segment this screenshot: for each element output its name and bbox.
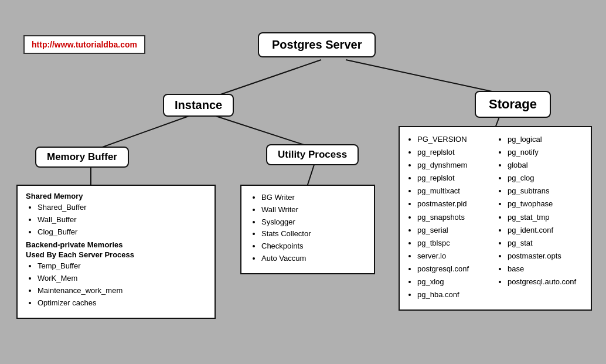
storage-list-1: PG_VERSION pg_replslot pg_dynshmem pg_re… bbox=[408, 133, 492, 301]
storage-detail-box: PG_VERSION pg_replslot pg_dynshmem pg_re… bbox=[399, 126, 592, 311]
list-item: pg_clog bbox=[508, 172, 583, 185]
instance-node: Instance bbox=[163, 94, 234, 117]
svg-line-3 bbox=[214, 115, 315, 148]
list-item: Syslogger bbox=[261, 216, 366, 229]
list-item: pg_stat bbox=[508, 237, 583, 250]
list-item: Wall Writer bbox=[261, 204, 366, 216]
utility-detail-box: BG Writer Wall Writer Syslogger Stats Co… bbox=[240, 185, 375, 274]
list-item: Stats Collector bbox=[261, 228, 366, 240]
list-item: postgresql.conf bbox=[417, 263, 492, 275]
list-item: postgresql.auto.conf bbox=[508, 275, 583, 288]
backend-private-title: Backend-private Memories bbox=[26, 240, 206, 249]
shared-memory-list: Shared_Buffer Wall_Buffer Clog_Buffer bbox=[26, 202, 206, 238]
list-item: Checkpoints bbox=[261, 240, 366, 253]
list-item: pg_logical bbox=[508, 133, 583, 146]
list-item: pg_replslot bbox=[417, 146, 492, 159]
list-item: PG_VERSION bbox=[417, 133, 492, 146]
list-item: pg_hba.conf bbox=[417, 288, 492, 301]
memory-detail-box: Shared Memory Shared_Buffer Wall_Buffer … bbox=[16, 185, 216, 319]
list-item: pg_subtrans bbox=[508, 185, 583, 198]
list-item: pg_stat_tmp bbox=[508, 211, 583, 224]
memory-buffer-node: Memory Buffer bbox=[35, 147, 129, 168]
svg-line-2 bbox=[91, 115, 190, 151]
list-item: pg_ident.conf bbox=[508, 224, 583, 237]
list-item: postmaster.pid bbox=[417, 198, 492, 210]
storage-col1: PG_VERSION pg_replslot pg_dynshmem pg_re… bbox=[408, 133, 492, 304]
list-item: base bbox=[508, 263, 583, 275]
list-item: WorK_Mem bbox=[38, 273, 206, 285]
list-item: Auto Vaccum bbox=[261, 253, 366, 265]
list-item: pg_twophase bbox=[508, 198, 583, 210]
svg-line-0 bbox=[214, 60, 321, 97]
list-item: pg_snapshots bbox=[417, 211, 492, 224]
url-label: http://www.tutorialdba.com bbox=[23, 35, 145, 54]
list-item: Temp_Buffer bbox=[38, 260, 206, 273]
list-item: server.lo bbox=[417, 250, 492, 263]
svg-line-5 bbox=[307, 163, 315, 186]
list-item: pg_xlog bbox=[417, 275, 492, 288]
list-item: Shared_Buffer bbox=[38, 202, 206, 214]
list-item: global bbox=[508, 159, 583, 172]
list-item: Optimizer caches bbox=[38, 297, 206, 309]
list-item: Clog_Buffer bbox=[38, 226, 206, 239]
list-item: pg_dynshmem bbox=[417, 159, 492, 172]
storage-col2: pg_logical pg_notify global pg_clog pg_s… bbox=[498, 133, 583, 304]
storage-node: Storage bbox=[475, 91, 551, 118]
used-by-each-title: Used By Each Server Process bbox=[26, 250, 206, 259]
list-item: pg_notify bbox=[508, 146, 583, 159]
utility-process-list: BG Writer Wall Writer Syslogger Stats Co… bbox=[250, 192, 366, 265]
server-process-list: Temp_Buffer WorK_Mem Maintenance_work_me… bbox=[26, 260, 206, 309]
list-item: Maintenance_work_mem bbox=[38, 285, 206, 297]
postgres-server-node: Postgres Server bbox=[258, 32, 376, 57]
shared-memory-title: Shared Memory bbox=[26, 192, 206, 200]
list-item: Wall_Buffer bbox=[38, 214, 206, 226]
utility-process-node: Utility Process bbox=[266, 144, 359, 165]
list-item: pg_serial bbox=[417, 224, 492, 237]
list-item: BG Writer bbox=[261, 192, 366, 204]
list-item: pg_tblspc bbox=[417, 237, 492, 250]
list-item: pg_multixact bbox=[417, 185, 492, 198]
list-item: postmaster.opts bbox=[508, 250, 583, 263]
storage-list-2: pg_logical pg_notify global pg_clog pg_s… bbox=[498, 133, 583, 288]
svg-line-1 bbox=[346, 60, 503, 94]
list-item: pg_replslot bbox=[417, 172, 492, 185]
